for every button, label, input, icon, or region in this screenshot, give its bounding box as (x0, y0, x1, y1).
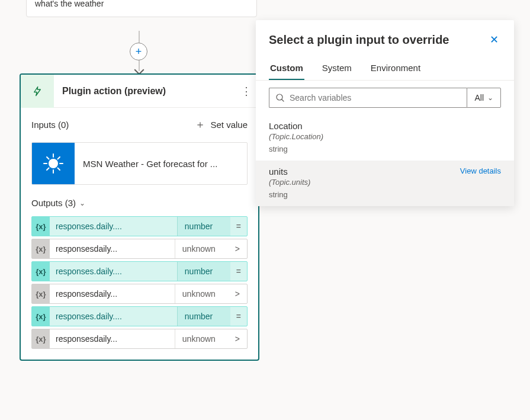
chevron-down-icon: ⌄ (487, 94, 493, 102)
svg-line-5 (47, 157, 49, 159)
variable-badge: {x} (32, 262, 50, 281)
equals-sign: = (230, 267, 247, 276)
variable-name: Location (269, 121, 323, 131)
output-type: number (177, 262, 230, 281)
output-name: responses.daily.... (50, 222, 177, 231)
set-value-button[interactable]: ＋ Set value (195, 117, 248, 132)
svg-line-7 (47, 168, 49, 171)
weather-icon (32, 142, 75, 185)
tab-row: Custom System Environment (256, 54, 514, 81)
output-type: unknown (175, 239, 228, 258)
chevron-right-icon: > (228, 244, 247, 254)
equals-sign: = (230, 312, 247, 321)
plus-icon: + (136, 46, 142, 58)
view-details-link[interactable]: View details (460, 166, 501, 175)
output-type: unknown (175, 284, 228, 303)
output-type: number (177, 307, 230, 326)
variable-badge: {x} (32, 329, 50, 348)
inputs-label: Inputs (0) (31, 120, 69, 130)
variable-type: string (269, 190, 310, 199)
svg-line-8 (58, 157, 60, 159)
variable-item-units[interactable]: units (Topic.units) string View details (256, 161, 514, 206)
node-title: Plugin action (preview) (54, 86, 235, 97)
variable-item-location[interactable]: Location (Topic.Location) string (256, 115, 514, 161)
output-row[interactable]: {x} responses.daily.... number = (31, 261, 248, 281)
output-row[interactable]: {x} responses.daily.... number = (31, 216, 248, 236)
outputs-toggle[interactable]: Outputs (3) ⌄ (21, 194, 258, 214)
output-name: responsesdaily... (50, 334, 175, 344)
add-node-button[interactable]: + (130, 43, 147, 60)
variable-badge: {x} (32, 239, 50, 258)
bolt-icon (32, 85, 43, 98)
tab-environment[interactable]: Environment (370, 58, 422, 80)
search-input[interactable] (290, 93, 461, 102)
variable-badge: {x} (32, 307, 50, 326)
flyout-title: Select a plugin input to override (269, 33, 449, 47)
input-override-flyout: Select a plugin input to override ✕ Cust… (256, 20, 514, 206)
search-icon (275, 93, 285, 102)
output-name: responsesdaily... (50, 289, 175, 299)
output-name: responses.daily.... (50, 267, 177, 276)
output-name: responses.daily.... (50, 312, 177, 321)
output-row[interactable]: {x} responses.daily.... number = (31, 306, 248, 326)
filter-dropdown[interactable]: All ⌄ (467, 88, 501, 108)
plus-icon: ＋ (195, 117, 205, 132)
variable-type: string (269, 145, 323, 153)
trigger-card[interactable]: get weather what's the weather (26, 0, 257, 17)
svg-line-10 (282, 100, 284, 101)
variable-path: (Topic.units) (269, 178, 310, 187)
variable-path: (Topic.Location) (269, 132, 323, 141)
variable-badge: {x} (32, 284, 50, 303)
trigger-phrase: what's the weather (35, 0, 248, 9)
output-type: unknown (175, 329, 228, 348)
plugin-action-node[interactable]: Plugin action (preview) ⋮ Inputs (0) ＋ S… (20, 73, 259, 361)
output-row[interactable]: {x} responsesdaily... unknown > (31, 239, 248, 259)
output-name: responsesdaily... (50, 244, 175, 254)
output-row[interactable]: {x} responsesdaily... unknown > (31, 329, 248, 349)
node-header: Plugin action (preview) ⋮ (21, 75, 258, 108)
plugin-icon (21, 75, 54, 108)
connector-name: MSN Weather - Get forecast for ... (75, 159, 247, 169)
svg-point-0 (49, 159, 58, 168)
tab-custom[interactable]: Custom (269, 58, 304, 80)
svg-point-9 (277, 94, 282, 100)
close-icon: ✕ (490, 34, 499, 46)
output-row[interactable]: {x} responsesdaily... unknown > (31, 284, 248, 304)
chevron-right-icon: > (228, 334, 247, 344)
svg-line-6 (58, 168, 60, 171)
set-value-label: Set value (210, 120, 248, 130)
filter-label: All (474, 93, 484, 102)
node-menu-button[interactable]: ⋮ (235, 85, 258, 98)
connector-item[interactable]: MSN Weather - Get forecast for ... (31, 142, 248, 185)
chevron-right-icon: > (228, 289, 247, 299)
variable-name: units (269, 166, 310, 177)
outputs-label: Outputs (3) (31, 198, 76, 208)
tab-system[interactable]: System (321, 58, 353, 80)
close-button[interactable]: ✕ (487, 31, 501, 49)
variable-badge: {x} (32, 217, 50, 236)
equals-sign: = (230, 222, 247, 231)
search-box[interactable] (269, 88, 467, 108)
inputs-section-header: Inputs (0) ＋ Set value (21, 108, 258, 137)
output-type: number (177, 217, 230, 236)
chevron-down-icon: ⌄ (79, 199, 85, 207)
